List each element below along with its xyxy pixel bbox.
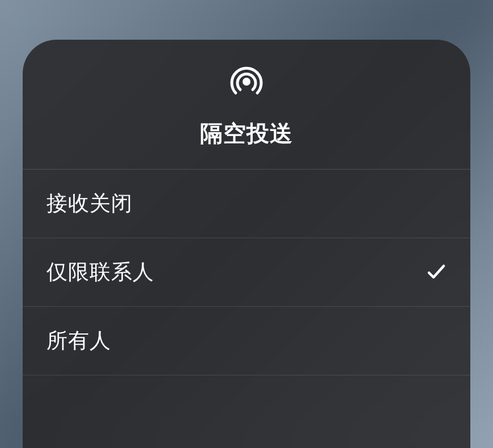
svg-point-0 — [243, 78, 250, 86]
airdrop-settings-panel: 隔空投送 接收关闭 仅限联系人 所有人 — [23, 40, 470, 448]
checkmark-icon — [426, 262, 447, 282]
checkmark-icon — [426, 193, 447, 214]
panel-title: 隔空投送 — [200, 118, 293, 149]
airdrop-icon — [227, 62, 266, 101]
options-list: 接收关闭 仅限联系人 所有人 — [23, 170, 470, 375]
option-label: 接收关闭 — [46, 189, 133, 218]
option-label: 仅限联系人 — [46, 258, 154, 286]
option-label: 所有人 — [46, 327, 111, 355]
option-receiving-off[interactable]: 接收关闭 — [23, 170, 470, 238]
checkmark-icon — [426, 331, 447, 351]
panel-header: 隔空投送 — [23, 40, 470, 170]
option-everyone[interactable]: 所有人 — [23, 307, 470, 375]
option-contacts-only[interactable]: 仅限联系人 — [23, 238, 470, 307]
